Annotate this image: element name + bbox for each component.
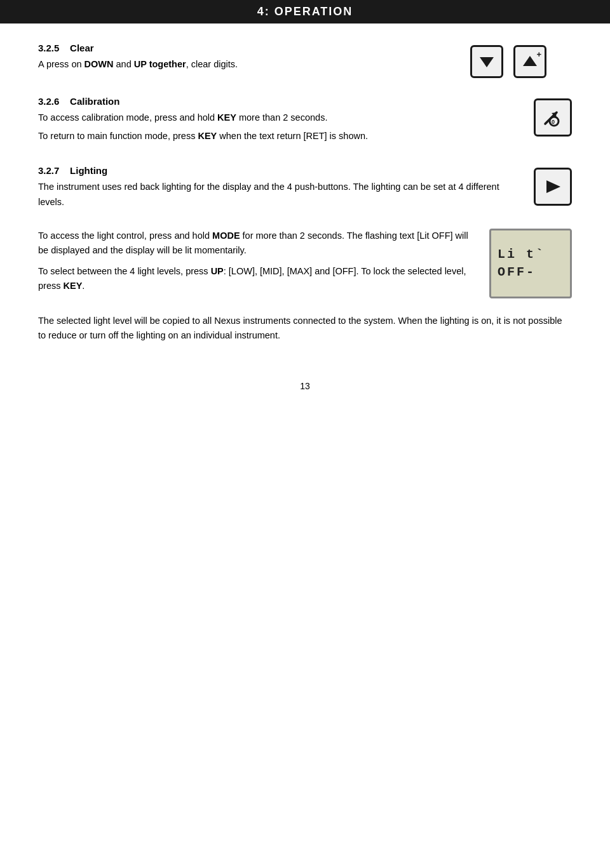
lcd-line1: Li t` — [498, 246, 545, 264]
key-icon: 0 — [534, 98, 572, 137]
lcd-line2: OFF- — [498, 264, 536, 281]
section-326: 3.2.6 Calibration To access calibration … — [38, 96, 572, 147]
svg-text:0: 0 — [552, 119, 555, 125]
svg-marker-1 — [523, 56, 537, 66]
down-arrow-icon — [470, 45, 503, 78]
up-arrow-plus-icon: + — [513, 45, 546, 78]
section-325-icons: + — [470, 43, 572, 78]
page-header: 4: OPERATION — [0, 0, 610, 23]
plus-sign: + — [536, 50, 541, 59]
page-footer: 13 — [38, 381, 572, 391]
section-327-lighting-row: To access the light control, press and h… — [38, 229, 572, 298]
section-327: 3.2.7 Lighting The instrument uses red b… — [38, 165, 572, 343]
section-327-title: 3.2.7 Lighting — [38, 165, 521, 176]
header-title: 4: OPERATION — [257, 5, 353, 18]
section-327-body2: To access the light control, press and h… — [38, 229, 477, 258]
lcd-display: Li t` OFF- — [489, 229, 572, 298]
section-326-body2: To return to main function mode, press K… — [38, 129, 521, 144]
section-325-body: A press on DOWN and UP together, clear d… — [38, 57, 458, 72]
section-325-title: 3.2.5 Clear — [38, 43, 458, 53]
page-number: 13 — [300, 381, 310, 391]
right-arrow-icon — [534, 168, 572, 206]
section-325: 3.2.5 Clear A press on DOWN and UP toget… — [38, 43, 572, 78]
section-327-body1: The instrument uses red back lighting fo… — [38, 180, 521, 209]
main-content: 3.2.5 Clear A press on DOWN and UP toget… — [0, 23, 610, 429]
section-326-body1: To access calibration mode, press and ho… — [38, 110, 521, 125]
section-327-body3: To select between the 4 light levels, pr… — [38, 264, 477, 293]
section-327-body4: The selected light level will be copied … — [38, 314, 572, 343]
svg-marker-0 — [480, 57, 494, 67]
section-326-title: 3.2.6 Calibration — [38, 96, 521, 107]
svg-marker-6 — [546, 180, 560, 193]
